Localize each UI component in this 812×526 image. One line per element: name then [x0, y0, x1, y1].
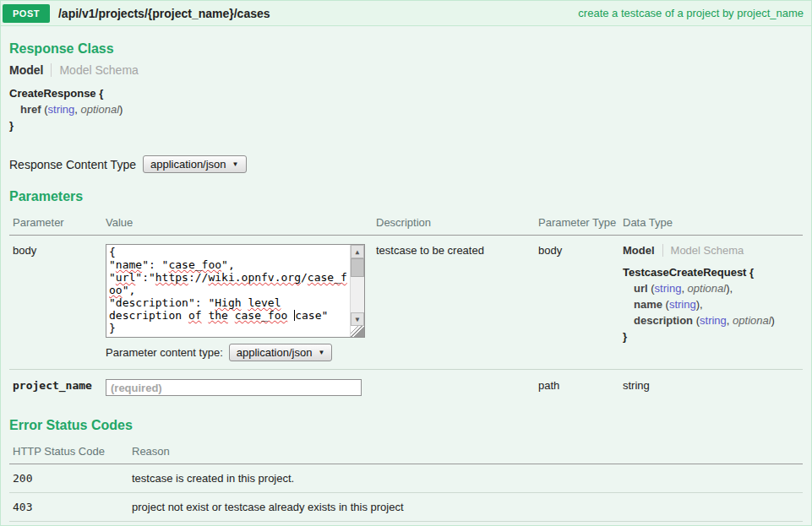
- dropdown-arrow-icon: ▼: [232, 160, 239, 168]
- signature-property: name (string),: [623, 296, 803, 312]
- scroll-up-icon[interactable]: ▲: [351, 245, 364, 258]
- param-datatype-project-name: string: [619, 377, 803, 396]
- tab-model-schema[interactable]: Model Schema: [51, 63, 138, 77]
- operation-summary-link[interactable]: create a testcase of a project by projec…: [578, 7, 804, 19]
- param-type-project-name: path: [535, 377, 619, 396]
- response-content-type-select[interactable]: application/json ▼: [143, 155, 247, 173]
- body-json-textarea[interactable]: {"name": "case_foo","url":"https://wiki.…: [106, 244, 365, 338]
- parameter-row-body: body {"name": "case_foo","url":"https://…: [9, 236, 803, 369]
- project-name-input[interactable]: [106, 379, 362, 396]
- status-code: 200: [9, 464, 128, 492]
- scroll-down-icon[interactable]: ▼: [351, 312, 364, 326]
- parameter-content-type-select[interactable]: application/json ▼: [229, 344, 333, 361]
- dropdown-arrow-icon: ▼: [318, 349, 324, 356]
- tab-model[interactable]: Model: [9, 63, 51, 77]
- parameters-table-header: Parameter Value Description Parameter Ty…: [9, 211, 803, 236]
- param-name-body: body: [9, 242, 102, 361]
- signature-property: url (string, optional),: [623, 280, 803, 296]
- error-status-codes-heading: Error Status Codes: [9, 418, 803, 433]
- status-code: 403: [9, 493, 128, 521]
- signature-property: href (string, optional): [9, 101, 803, 117]
- param-datatype-body: Model Model Schema TestcaseCreateRequest…: [619, 242, 803, 361]
- response-class-tabs: Model Model Schema: [9, 63, 803, 77]
- param-value-body: {"name": "case_foo","url":"https://wiki.…: [102, 242, 373, 361]
- param-description-body: testcase to be created: [373, 242, 535, 361]
- operation-content: Response Class Model Model Schema Create…: [1, 26, 811, 526]
- response-content-type-row: Response Content Type application/json ▼: [9, 155, 803, 173]
- api-operation-panel: POST /api/v1/projects/{project_name}/cas…: [0, 0, 812, 526]
- status-reason: body or name not provided: [128, 522, 803, 526]
- response-class-signature: CreateResponse { href (string, optional)…: [9, 85, 803, 133]
- resize-grip-icon[interactable]: [351, 326, 364, 337]
- endpoint-path[interactable]: /api/v1/projects/{project_name}/cases: [58, 7, 270, 20]
- body-datatype-signature: TestcaseCreateRequest { url (string, opt…: [623, 264, 803, 344]
- operation-header: POST /api/v1/projects/{project_name}/cas…: [1, 1, 811, 26]
- response-class-heading: Response Class: [9, 41, 803, 57]
- status-reason: testcase is created in this project.: [128, 464, 803, 492]
- body-datatype-tabs: Model Model Schema: [623, 244, 803, 257]
- param-name-project-name: project_name: [9, 377, 102, 396]
- scrollbar-thumb[interactable]: [351, 258, 364, 277]
- scrollbar-track[interactable]: [351, 277, 364, 312]
- parameter-row-project-name: project_name path string: [9, 369, 803, 406]
- error-row: 200 testcase is created in this project.: [9, 464, 803, 493]
- tab-model-schema[interactable]: Model Schema: [662, 244, 744, 257]
- parameter-content-type-row: Parameter content type: application/json…: [106, 344, 373, 361]
- parameters-heading: Parameters: [9, 189, 803, 204]
- param-value-project-name: [102, 377, 373, 396]
- error-row: 400 body or name not provided: [9, 522, 803, 526]
- signature-property: description (string, optional): [623, 312, 803, 328]
- status-code: 400: [9, 522, 128, 526]
- response-content-type-label: Response Content Type: [9, 158, 136, 171]
- status-reason: project not exist or testcase already ex…: [128, 493, 803, 521]
- http-method-badge[interactable]: POST: [3, 4, 50, 23]
- body-json-text: {"name": "case_foo","url":"https://wiki.…: [109, 246, 346, 334]
- tab-model[interactable]: Model: [623, 244, 662, 257]
- parameter-content-type-label: Parameter content type:: [106, 346, 223, 359]
- param-type-body: body: [535, 242, 619, 361]
- param-description-project-name: [373, 377, 535, 396]
- textarea-scrollbar[interactable]: ▲ ▼: [350, 245, 364, 337]
- error-row: 403 project not exist or testcase alread…: [9, 493, 803, 522]
- error-table-header: HTTP Status Code Reason: [9, 440, 803, 464]
